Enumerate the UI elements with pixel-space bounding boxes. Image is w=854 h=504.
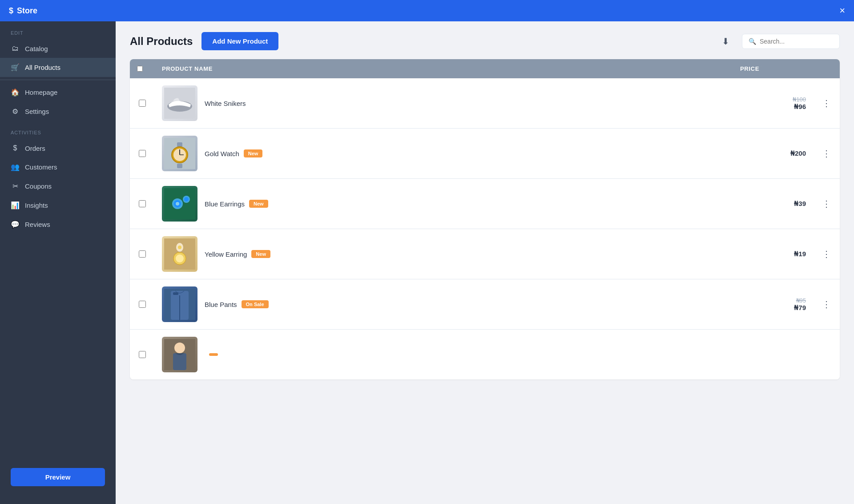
download-icon[interactable]: ⬇: [718, 32, 733, 50]
sidebar-item-insights[interactable]: 📊 Insights: [0, 196, 116, 215]
app-name: Store: [17, 6, 37, 16]
products-table: Product Name Price: [130, 59, 840, 379]
row-actions-3[interactable]: ⋮: [813, 190, 840, 217]
product-image: [162, 337, 197, 372]
row-checkbox[interactable]: [139, 351, 146, 358]
sidebar-item-reviews[interactable]: 💬 Reviews: [0, 215, 116, 234]
close-button[interactable]: ×: [839, 6, 845, 16]
row-actions-4[interactable]: ⋮: [813, 241, 840, 267]
topbar: $ Store ×: [0, 0, 854, 21]
row-actions-1[interactable]: ⋮: [813, 90, 840, 117]
product-name: Blue Earrings: [205, 200, 245, 208]
svg-point-14: [184, 197, 189, 202]
row-actions-6[interactable]: [813, 347, 840, 362]
product-name: Blue Pants: [205, 301, 237, 308]
page-title: All Products: [130, 35, 193, 48]
table-row: White Snikers ₦100 ₦96 ⋮: [130, 78, 840, 129]
sidebar-item-label: Orders: [25, 145, 45, 152]
search-box: 🔍: [742, 34, 840, 49]
sidebar: Edit 🗂 Catalog 🛒 All Products 🏠 Homepage…: [0, 21, 116, 504]
more-options-button[interactable]: ⋮: [818, 248, 834, 260]
row-checkbox[interactable]: [139, 250, 146, 258]
current-price: ₦96: [740, 103, 806, 111]
product-name-wrap: [205, 353, 218, 356]
more-options-button[interactable]: ⋮: [818, 198, 834, 210]
row-checkbox-1[interactable]: [130, 100, 155, 107]
edit-section-label: Edit: [0, 21, 116, 39]
product-image: [162, 186, 197, 222]
product-image: [162, 136, 197, 171]
row-checkbox[interactable]: [139, 100, 146, 107]
row-price-6: [733, 347, 813, 362]
product-name-wrap: Gold Watch New: [205, 149, 262, 157]
svg-point-26: [174, 343, 185, 353]
row-price-5: ₦95 ₦79: [733, 290, 813, 319]
product-image: [162, 85, 197, 121]
chart-icon: 📊: [11, 201, 20, 210]
th-actions: [813, 59, 840, 78]
activities-section-label: Activities: [0, 121, 116, 139]
sidebar-divider: [0, 80, 116, 80]
product-name-wrap: White Snikers: [205, 100, 246, 107]
row-checkbox-4[interactable]: [130, 250, 155, 258]
svg-rect-24: [173, 292, 178, 295]
sidebar-item-catalog[interactable]: 🗂 Catalog: [0, 39, 116, 58]
table-row: Blue Pants On Sale ₦95 ₦79 ⋮: [130, 279, 840, 330]
table-row: Gold Watch New ₦200 ⋮: [130, 129, 840, 179]
sidebar-item-homepage[interactable]: 🏠 Homepage: [0, 83, 116, 102]
row-product-3: Blue Earrings New: [155, 179, 733, 229]
sidebar-item-customers[interactable]: 👥 Customers: [0, 157, 116, 177]
row-checkbox[interactable]: [139, 301, 146, 308]
main-header: All Products Add New Product ⬇ 🔍: [116, 21, 854, 59]
row-price-2: ₦200: [733, 142, 813, 165]
product-name-wrap: Blue Pants On Sale: [205, 300, 269, 308]
product-name-wrap: Yellow Earring New: [205, 250, 270, 258]
sidebar-item-all-products[interactable]: 🛒 All Products: [0, 58, 116, 77]
table-row: Blue Earrings New ₦39 ⋮: [130, 179, 840, 229]
row-checkbox-2[interactable]: [130, 150, 155, 157]
table-header: Product Name Price: [130, 59, 840, 78]
sidebar-item-label: Homepage: [25, 89, 57, 96]
svg-rect-3: [177, 142, 182, 147]
more-options-button[interactable]: ⋮: [818, 298, 834, 310]
product-name: Yellow Earring: [205, 250, 247, 258]
svg-point-12: [176, 202, 179, 206]
sidebar-item-label: Reviews: [25, 221, 50, 228]
row-price-1: ₦100 ₦96: [733, 89, 813, 118]
sidebar-item-orders[interactable]: $ Orders: [0, 139, 116, 157]
current-price: ₦19: [740, 250, 806, 258]
preview-button[interactable]: Preview: [11, 468, 105, 486]
main-content: All Products Add New Product ⬇ 🔍 Product…: [116, 21, 854, 504]
product-name-wrap: Blue Earrings New: [205, 200, 268, 208]
more-options-button[interactable]: ⋮: [818, 97, 834, 109]
row-product-1: White Snikers: [155, 78, 733, 128]
search-input[interactable]: [760, 38, 833, 45]
sidebar-item-label: Insights: [25, 202, 48, 209]
product-image: [162, 236, 197, 272]
row-actions-2[interactable]: ⋮: [813, 140, 840, 167]
product-badge: New: [244, 149, 263, 157]
sidebar-bottom: Preview: [0, 459, 116, 495]
scissors-icon: ✂: [11, 182, 20, 190]
select-all-checkbox[interactable]: [137, 66, 143, 72]
add-new-product-button[interactable]: Add New Product: [201, 32, 278, 50]
row-checkbox-6[interactable]: [130, 351, 155, 358]
row-price-3: ₦39: [733, 193, 813, 215]
sidebar-item-settings[interactable]: ⚙ Settings: [0, 102, 116, 121]
customers-icon: 👥: [11, 163, 20, 171]
row-checkbox[interactable]: [139, 150, 146, 157]
sidebar-item-label: Customers: [25, 163, 57, 171]
row-checkbox[interactable]: [139, 200, 146, 207]
sidebar-item-coupons[interactable]: ✂ Coupons: [0, 177, 116, 196]
row-actions-5[interactable]: ⋮: [813, 291, 840, 318]
row-checkbox-5[interactable]: [130, 301, 155, 308]
row-product-5: Blue Pants On Sale: [155, 279, 733, 329]
app-title: $ Store: [9, 6, 37, 16]
row-product-6: [155, 330, 733, 379]
current-price: ₦39: [740, 200, 806, 208]
sidebar-item-label: Catalog: [25, 45, 48, 52]
current-price: ₦200: [740, 149, 806, 157]
gear-icon: ⚙: [11, 107, 20, 116]
more-options-button[interactable]: ⋮: [818, 147, 834, 160]
row-checkbox-3[interactable]: [130, 200, 155, 207]
